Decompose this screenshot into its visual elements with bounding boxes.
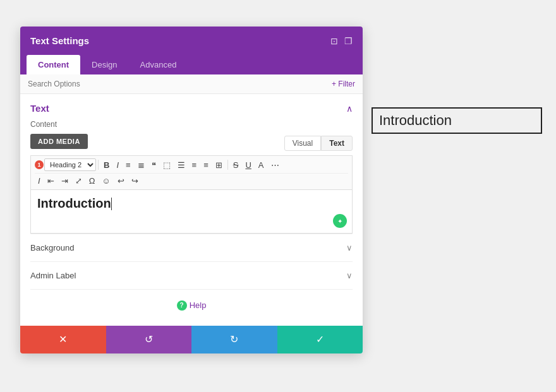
toolbar-sep-2 [227,160,228,170]
content-label: Content [30,120,353,129]
editor-content: Introduction [37,196,346,211]
indent-out-button[interactable]: ⇤ [44,175,57,187]
undo-button[interactable]: ↺ [106,326,192,353]
italic-button[interactable]: I [113,159,122,171]
text-settings-panel: Text Settings ⊡ ❐ Content Design Advance… [20,27,363,353]
special-chars-button[interactable]: Ω [86,175,99,187]
collapse-text-icon[interactable]: ∧ [346,104,353,114]
help-link[interactable]: ? Help [177,300,207,311]
search-bar: + Filter [20,74,363,94]
cancel-button[interactable]: ✕ [20,326,106,353]
redo-editor-button[interactable]: ↪ [128,175,142,187]
table-button[interactable]: ⊞ [212,159,226,171]
editor-area[interactable]: Introduction ✦ [30,189,353,234]
italic2-button[interactable]: I [35,175,44,187]
background-section[interactable]: Background ∨ [30,234,353,261]
editor-toggle: Visual Text [284,136,353,151]
header-icons: ⊡ ❐ [330,36,353,46]
search-input[interactable] [28,80,332,88]
align-center-button[interactable]: ☰ [174,159,188,171]
panel-header: Text Settings ⊡ ❐ [20,27,363,55]
text-toggle-button[interactable]: Text [321,136,353,151]
blockquote-button[interactable]: ❝ [148,159,159,171]
toolbar-row2: I ⇤ ⇥ ⤢ Ω ☺ ↩ ↪ [35,173,348,187]
bold-button[interactable]: B [100,159,112,171]
indent-in-button[interactable]: ⇥ [58,175,71,187]
emoji-button[interactable]: ☺ [99,175,113,187]
filter-button[interactable]: + Filter [332,80,355,88]
step-badge: 1 [35,160,44,169]
preview-box: Introduction [372,107,542,134]
text-section-title: Text [30,103,49,114]
panel-title: Text Settings [30,35,89,46]
undo-editor-button[interactable]: ↩ [114,175,128,187]
tabs-bar: Content Design Advanced [20,55,363,74]
admin-label-section[interactable]: Admin Label ∨ [30,261,353,289]
admin-label-label: Admin Label [30,271,76,280]
ordered-list-button[interactable]: ≣ [135,159,148,171]
tab-content[interactable]: Content [27,55,80,74]
tab-design[interactable]: Design [80,55,128,74]
tab-advanced[interactable]: Advanced [129,55,188,74]
toolbar-row1: 1 Heading 2 Paragraph Heading 1 Heading … [35,158,348,171]
background-label: Background [30,243,74,252]
admin-chevron-icon: ∨ [346,271,353,280]
toolbar-sep-1 [98,160,99,170]
text-section-header: Text ∧ [30,103,353,114]
unordered-list-button[interactable]: ≡ [123,159,134,171]
columns-icon[interactable]: ❐ [344,36,353,46]
toolbar-left: 1 Heading 2 Paragraph Heading 1 Heading … [35,158,282,171]
align-left-button[interactable]: ⬚ [160,159,174,171]
confirm-button[interactable]: ✓ [277,326,363,353]
panel-footer: ✕ ↺ ↻ ✓ [20,326,363,353]
strikethrough-button[interactable]: S [230,159,242,171]
ai-assist-icon[interactable]: ✦ [333,214,347,228]
panel-body: Text ∧ Content ADD MEDIA Visual Text 1 H… [20,94,363,326]
help-section: ? Help [30,289,353,317]
align-justify-button[interactable]: ≡ [200,159,212,171]
more-button[interactable]: ⋯ [268,159,282,171]
fullscreen-button[interactable]: ⤢ [72,175,85,187]
background-chevron-icon: ∨ [346,243,353,252]
font-color-button[interactable]: A [255,159,267,171]
text-cursor [111,198,112,210]
add-media-button[interactable]: ADD MEDIA [30,134,88,149]
align-right-button[interactable]: ≡ [189,159,200,171]
help-icon: ? [177,300,187,311]
preview-text: Introduction [379,112,452,129]
visual-toggle-button[interactable]: Visual [284,136,321,151]
redo-button[interactable]: ↻ [191,326,277,353]
underline-button[interactable]: U [242,159,254,171]
maximize-icon[interactable]: ⊡ [330,36,338,46]
editor-toolbar: 1 Heading 2 Paragraph Heading 1 Heading … [30,155,353,189]
heading-select[interactable]: Heading 2 Paragraph Heading 1 Heading 3 … [44,158,96,171]
